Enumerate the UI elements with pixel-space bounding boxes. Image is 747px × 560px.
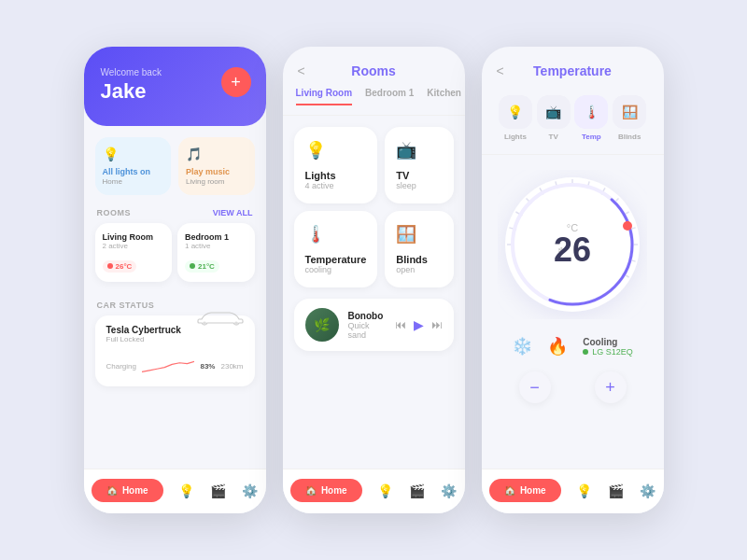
blinds-card[interactable]: 🪟 Blinds open bbox=[385, 211, 453, 287]
tv-card-sub: sleep bbox=[396, 181, 442, 190]
car-card[interactable]: Tesla Cybertruck Full Locked Charging 83… bbox=[95, 315, 255, 386]
camera-nav-icon[interactable]: 🎬 bbox=[409, 483, 425, 498]
p2-nav: 🏠 Home 💡 🎬 ⚙️ bbox=[283, 469, 465, 513]
tab-temp[interactable]: 🌡️ Temp bbox=[574, 95, 608, 141]
camera-nav-icon[interactable]: 🎬 bbox=[608, 483, 624, 498]
blinds-tab-icon: 🪟 bbox=[613, 95, 646, 129]
phone-1: Welcome back Jake + 💡 All lights on Home… bbox=[84, 47, 266, 513]
phone-2: < Rooms Living Room Bedroom 1 Kitchen To… bbox=[283, 47, 465, 513]
home-button[interactable]: 🏠 Home bbox=[290, 479, 362, 502]
play-button[interactable]: ▶ bbox=[414, 317, 424, 332]
cooling-device: LG S12EQ bbox=[583, 347, 633, 357]
music-player: 🌿 Bonobo Quick sand ⏮ ▶ ⏭ bbox=[294, 299, 454, 351]
temp-value: 26 bbox=[554, 233, 591, 267]
all-lights-card[interactable]: 💡 All lights on Home bbox=[95, 137, 172, 195]
tab-bedroom1[interactable]: Bedroom 1 bbox=[365, 88, 414, 105]
temp-dot bbox=[107, 263, 113, 269]
settings-nav-icon[interactable]: ⚙️ bbox=[640, 483, 655, 498]
prev-button[interactable]: ⏮ bbox=[395, 318, 406, 331]
home-icon: 🏠 bbox=[504, 485, 515, 496]
settings-nav-icon[interactable]: ⚙️ bbox=[441, 483, 457, 498]
car-name: Tesla Cybertruck bbox=[106, 325, 181, 335]
room-bedroom1[interactable]: Bedroom 1 1 active 21°C bbox=[177, 223, 255, 282]
lights-tab-label: Lights bbox=[504, 133, 527, 141]
back-button[interactable]: < bbox=[298, 63, 305, 78]
charge-sparkline bbox=[142, 355, 195, 377]
room-name: Bedroom 1 bbox=[185, 232, 247, 242]
quick-actions: 💡 All lights on Home 🎵 Play music Living… bbox=[84, 126, 266, 195]
music-icon: 🎵 bbox=[186, 147, 202, 161]
svg-point-0 bbox=[203, 322, 206, 326]
tab-living-room[interactable]: Living Room bbox=[296, 88, 353, 105]
blinds-card-sub: open bbox=[396, 265, 442, 274]
music-sub: Living room bbox=[186, 177, 224, 186]
lights-nav-icon[interactable]: 💡 bbox=[178, 483, 194, 498]
tab-kitchen[interactable]: Kitchen bbox=[427, 88, 461, 105]
rooms-section-header: ROOMS VIEW ALL bbox=[84, 195, 266, 223]
lights-card-icon: 💡 bbox=[305, 140, 367, 161]
settings-nav-icon[interactable]: ⚙️ bbox=[242, 483, 258, 498]
car-title: CAR STATUS bbox=[97, 301, 155, 310]
charge-km: 230km bbox=[220, 362, 243, 371]
phone-3: < Temperature 💡 Lights 📺 TV 🌡️ Temp 🪟 Bl… bbox=[482, 47, 664, 513]
music-title: Bonobo bbox=[348, 311, 386, 321]
rooms-grid: Living Room 2 active 26°C Bedroom 1 1 ac… bbox=[84, 223, 266, 282]
lights-card[interactable]: 💡 Lights 4 active bbox=[294, 127, 378, 203]
back-button[interactable]: < bbox=[497, 63, 504, 78]
add-button[interactable]: + bbox=[221, 67, 251, 97]
room-temp: 21°C bbox=[185, 260, 219, 273]
temp-tab-icon: 🌡️ bbox=[574, 95, 608, 129]
p2-header: < Rooms bbox=[283, 47, 465, 88]
p3-nav: 🏠 Home 💡 🎬 ⚙️ bbox=[482, 469, 664, 513]
next-button[interactable]: ⏭ bbox=[431, 318, 443, 331]
room-temp: 26°C bbox=[103, 260, 137, 273]
room-active: 2 active bbox=[103, 242, 165, 250]
thermostat-area: ❄ °C 26 bbox=[482, 155, 664, 329]
tv-tab-label: TV bbox=[549, 133, 558, 141]
lights-nav-icon[interactable]: 💡 bbox=[377, 483, 393, 498]
room-tabs: Living Room Bedroom 1 Kitchen To... bbox=[283, 88, 465, 116]
lights-card-name: Lights bbox=[305, 170, 367, 181]
thermostat-ring: ❄ °C 26 bbox=[498, 170, 647, 319]
tab-blinds[interactable]: 🪟 Blinds bbox=[613, 95, 646, 141]
car-section: CAR STATUS Tesla Cybertruck Full Locked … bbox=[84, 282, 266, 386]
increase-temp-button[interactable]: + bbox=[595, 371, 627, 403]
camera-nav-icon[interactable]: 🎬 bbox=[210, 483, 226, 498]
cooling-label: Cooling bbox=[583, 337, 633, 347]
view-all-link[interactable]: VIEW ALL bbox=[213, 208, 253, 217]
decrease-temp-button[interactable]: − bbox=[519, 371, 551, 403]
blinds-tab-label: Blinds bbox=[618, 133, 641, 141]
plus-icon: + bbox=[605, 378, 615, 398]
svg-point-20 bbox=[623, 221, 632, 231]
home-label: Home bbox=[321, 485, 347, 496]
lights-nav-icon[interactable]: 💡 bbox=[576, 483, 592, 498]
home-button[interactable]: 🏠 Home bbox=[489, 479, 561, 502]
svg-point-1 bbox=[234, 322, 238, 326]
thermostat-display: °C 26 bbox=[554, 222, 591, 267]
lights-label: All lights on bbox=[103, 167, 164, 176]
tab-lights[interactable]: 💡 Lights bbox=[499, 95, 532, 141]
charge-pct: 83% bbox=[200, 362, 215, 371]
room-active: 1 active bbox=[185, 242, 247, 250]
home-button[interactable]: 🏠 Home bbox=[92, 479, 163, 502]
temperature-card[interactable]: 🌡️ Temperature cooling bbox=[294, 211, 378, 287]
page-title: Temperature bbox=[533, 63, 612, 78]
tv-card[interactable]: 📺 TV sleep bbox=[385, 127, 453, 203]
blinds-card-name: Blinds bbox=[396, 254, 442, 265]
status-dot bbox=[583, 349, 588, 355]
temp-tab-label: Temp bbox=[582, 133, 601, 141]
temp-dot bbox=[190, 263, 195, 269]
play-music-card[interactable]: 🎵 Play music Living room bbox=[178, 137, 255, 195]
home-icon: 🏠 bbox=[106, 485, 118, 496]
room-living-room[interactable]: Living Room 2 active 26°C bbox=[95, 223, 173, 282]
music-info: Bonobo Quick sand bbox=[348, 311, 386, 340]
tab-tv[interactable]: 📺 TV bbox=[537, 95, 571, 141]
tv-tab-icon: 📺 bbox=[537, 95, 571, 129]
temp-controls: − + bbox=[482, 364, 664, 411]
cooling-row: ❄️ 🔥 Cooling LG S12EQ bbox=[482, 329, 664, 364]
lights-sub: Home bbox=[103, 177, 122, 186]
p3-icon-tabs: 💡 Lights 📺 TV 🌡️ Temp 🪟 Blinds bbox=[482, 88, 664, 155]
blinds-card-icon: 🪟 bbox=[396, 224, 442, 245]
lights-card-sub: 4 active bbox=[305, 181, 367, 190]
fire-icon: 🔥 bbox=[547, 336, 568, 357]
